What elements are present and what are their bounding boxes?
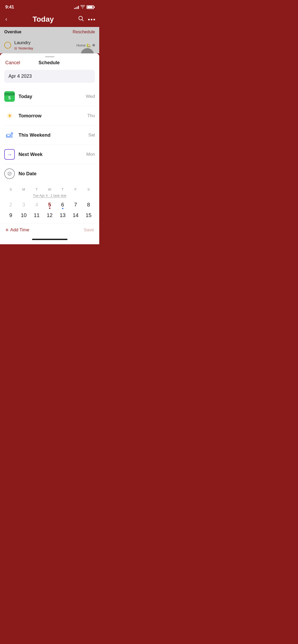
task-checkbox[interactable]	[4, 42, 11, 49]
cal-date-15[interactable]: 15	[84, 210, 93, 220]
calendar-day-labels: S M T W T F S	[4, 186, 95, 192]
cal-date-7[interactable]: 7	[71, 200, 80, 209]
svg-point-4	[93, 19, 95, 20]
calendar-info: Tue Apr 4 · 1 task due	[4, 194, 95, 198]
option-this-weekend[interactable]: 🛋 This Weekend Sat	[4, 126, 95, 145]
task-date: ⊟ Yesterday	[14, 46, 73, 50]
option-day-today: Wed	[86, 94, 95, 99]
date-display[interactable]: Apr 4 2023	[4, 70, 95, 83]
svg-point-3	[91, 19, 92, 20]
weekend-icon: 🛋	[4, 130, 15, 140]
sun-icon: ☀	[6, 112, 13, 120]
option-day-tomorrow: Thu	[87, 113, 95, 118]
cal-date-5-today[interactable]: 5	[45, 200, 55, 209]
task-status-dot	[92, 44, 95, 47]
task-title: Laundry	[14, 40, 73, 45]
slash-icon: ⊘	[7, 170, 12, 177]
calendar-icon: ⊟	[14, 47, 17, 50]
tomorrow-icon: ☀	[4, 111, 15, 121]
option-today[interactable]: 5 Today Wed	[4, 87, 95, 106]
date-display-text: Apr 4 2023	[8, 73, 32, 79]
day-label-tue: T	[30, 186, 43, 192]
cal-date-11[interactable]: 11	[32, 210, 42, 220]
cal-date-6[interactable]: 6	[58, 200, 67, 209]
cal-date-4[interactable]: 4	[32, 200, 42, 209]
option-no-date[interactable]: ⊘ No Date	[4, 164, 95, 183]
battery-icon	[87, 5, 94, 9]
home-bar	[32, 239, 67, 240]
no-date-icon: ⊘	[4, 168, 15, 179]
schedule-sheet: Cancel Schedule Apr 4 2023 5 Today Wed ☀	[0, 53, 99, 244]
cal-date-2[interactable]: 2	[6, 200, 16, 209]
option-day-weekend: Sat	[88, 132, 95, 138]
calendar-week-1: 2 3 4 5 6 7 8	[4, 200, 95, 209]
option-label-next-week: Next Week	[19, 152, 43, 157]
schedule-options: 5 Today Wed ☀ Tomorrow Thu 🛋 This Week	[0, 87, 99, 183]
reschedule-button[interactable]: Reschedule	[73, 30, 95, 34]
option-label-no-date: No Date	[19, 171, 37, 177]
svg-line-1	[82, 20, 84, 21]
option-label-tomorrow: Tomorrow	[19, 113, 42, 119]
option-left-weekend: 🛋 This Weekend	[4, 130, 51, 140]
home-indicator	[0, 237, 99, 244]
cal-date-9[interactable]: 9	[6, 210, 16, 220]
option-left-tomorrow: ☀ Tomorrow	[4, 111, 42, 121]
option-next-week[interactable]: → Next Week Mon	[4, 145, 95, 164]
today-icon: 5	[4, 91, 15, 102]
save-button[interactable]: Save	[84, 227, 94, 233]
status-bar: 9:41	[0, 0, 99, 13]
cal-date-13[interactable]: 13	[58, 210, 67, 220]
day-label-wed: W	[43, 186, 56, 192]
option-label-weekend: This Weekend	[19, 132, 51, 138]
task-meta-label: Home 🏡	[76, 43, 91, 47]
option-left-today: 5 Today	[4, 91, 32, 102]
add-time-label: Add Time	[10, 227, 29, 233]
page-title: Today	[33, 15, 54, 24]
cal-date-14[interactable]: 14	[71, 210, 80, 220]
sheet-title: Schedule	[39, 60, 60, 66]
svg-point-2	[88, 19, 90, 20]
add-time-button[interactable]: + Add Time	[5, 227, 29, 233]
search-icon[interactable]	[78, 16, 84, 23]
task-date-label: Yesterday	[18, 46, 33, 50]
back-button[interactable]: ‹	[4, 15, 8, 24]
nav-actions	[78, 16, 95, 23]
calendar-section: S M T W T F S Tue Apr 4 · 1 task due 2 3…	[0, 183, 99, 220]
cal-date-10[interactable]: 10	[19, 210, 29, 220]
status-time: 9:41	[5, 4, 14, 10]
cal-date-3[interactable]: 3	[19, 200, 29, 209]
calendar-info-text: Tue Apr 4 · 1 task due	[33, 194, 66, 198]
cancel-button[interactable]: Cancel	[5, 60, 20, 66]
day-label-mon: M	[17, 186, 30, 192]
option-day-next-week: Mon	[86, 152, 95, 157]
day-label-sun: S	[4, 186, 17, 192]
cal-date-12[interactable]: 12	[45, 210, 55, 220]
option-left-next-week: → Next Week	[4, 149, 43, 160]
day-label-fri: F	[69, 186, 82, 192]
sheet-handle	[45, 56, 55, 57]
status-icons	[74, 5, 94, 9]
sheet-header: Cancel Schedule	[0, 59, 99, 70]
option-left-no-date: ⊘ No Date	[4, 168, 37, 179]
day-label-sat: S	[82, 186, 95, 192]
task-meta: Home 🏡	[76, 43, 95, 47]
overdue-section: Overdue Reschedule	[0, 27, 99, 37]
overdue-label: Overdue	[4, 30, 21, 34]
sheet-handle-area	[0, 53, 99, 59]
option-label-today: Today	[19, 94, 32, 99]
more-icon[interactable]	[88, 17, 95, 22]
bottom-bar: + Add Time Save	[0, 223, 99, 237]
task-content: Laundry ⊟ Yesterday	[14, 40, 73, 50]
nav-bar: ‹ Today	[0, 13, 99, 27]
plus-icon: +	[5, 227, 9, 233]
cal-date-8[interactable]: 8	[84, 200, 93, 209]
day-label-thu: T	[56, 186, 69, 192]
next-week-icon: →	[4, 149, 15, 160]
calendar-week-2: 9 10 11 12 13 14 15	[4, 210, 95, 220]
sofa-icon: 🛋	[6, 131, 13, 139]
signal-icon	[74, 5, 79, 9]
wifi-icon	[80, 5, 85, 9]
option-tomorrow[interactable]: ☀ Tomorrow Thu	[4, 106, 95, 126]
arrow-right-icon: →	[7, 151, 12, 158]
